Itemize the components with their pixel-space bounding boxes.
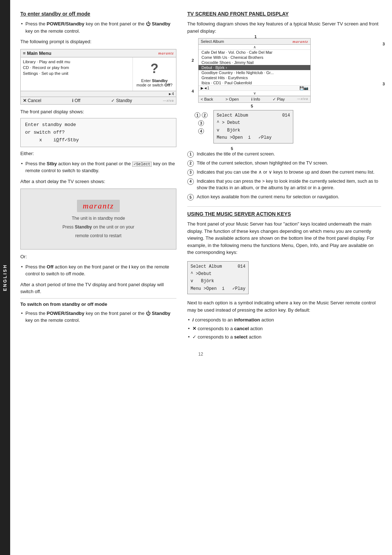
standby-dialog: ? Enter Standby mode or switch Off? — [132, 57, 176, 91]
off-bullet-list: Press the Off action key on the front pa… — [20, 263, 176, 278]
front-panel-text: The front panel display shows: — [20, 108, 176, 116]
stby-bullet-list: Press the Stby action key on the front p… — [20, 160, 176, 174]
tv-screen-title-row: Select Album marantz — [199, 39, 310, 45]
footer-play: ✓ Play — [273, 97, 285, 102]
fp-box: Select Album 014 ^ > Debut v Björk Menu … — [213, 110, 293, 143]
or-text: Or: — [20, 253, 176, 260]
item-3-text: Indicates that you can use the ∧ or ∨ ke… — [197, 169, 375, 176]
tv-row-7: Ibiza · CD1 · Paul Oakenfold — [199, 80, 310, 85]
dialog-mode-text: mode or switch Off? — [136, 83, 172, 87]
fp-box-row4: Menu >Open i ✓Play — [217, 134, 290, 141]
footer-open: > Open — [225, 97, 238, 102]
footer-back: < Back — [201, 97, 213, 102]
menu-icon: ≡ Main Menu — [23, 50, 51, 56]
screen-header: ≡ Main Menu marantz — [21, 49, 176, 57]
callout-4-left: 4 — [192, 89, 194, 93]
ak-014: 014 — [230, 263, 245, 270]
tv-row-2: Come With Us · Chemical Brothers — [199, 55, 310, 60]
section1-bullet1: Press the POWER/Standby key on the front… — [20, 20, 176, 35]
action-keys-display: Select Album 014 ^ >Debut v Björk Menu >… — [187, 261, 249, 295]
fp-num-2: 2 — [202, 112, 208, 118]
footer-off: i Off — [72, 98, 80, 103]
two-column-layout: To enter standby or off mode Press the P… — [20, 11, 381, 344]
debut-text: Debut · Björk — [201, 65, 225, 70]
right-divider — [187, 206, 381, 207]
standby-tv-screen: marantz The unit is in standby mode Pres… — [20, 189, 176, 250]
ak-row3: v Björk — [191, 278, 245, 285]
up-arrow-row: ∧ — [199, 45, 310, 50]
fp-box-row3: v Björk — [217, 127, 290, 134]
ak-row4: Menu >Open i ✓Play — [191, 285, 245, 292]
ak-row1: Select Album 014 — [191, 263, 245, 270]
num-3: 3 — [187, 169, 194, 176]
main-menu-screen: ≡ Main Menu marantz Library · Play and e… — [20, 49, 176, 105]
section2-bullets: Press the POWER/Standby key on the front… — [20, 310, 176, 324]
tv-row-5: Goodbye Country · Hello Nightclub · Gr..… — [199, 70, 310, 75]
screen-vol-area: ►4 — [21, 91, 176, 97]
english-label: ENGLISH — [3, 264, 8, 291]
sd-icon: 💾📷 — [299, 86, 308, 90]
fp-num-1: 1 — [195, 112, 200, 118]
icon-row: ▶◄1 💾📷 — [199, 85, 310, 91]
xiva-brand: —xiva — [163, 99, 174, 102]
fp-line2: or switch off? — [25, 129, 172, 137]
tv-screen-footer: < Back > Open i Info ✓ Play —xiva — [199, 96, 310, 102]
symbol-bullet-i: i corresponds to an information action — [187, 316, 381, 324]
callout-3-right-top: 3 — [383, 42, 385, 46]
ak-select-album: Select Album — [191, 263, 222, 270]
numbered-item-2: 2 Title of the current selection, shown … — [187, 160, 381, 167]
off-bullet: Press the Off action key on the front pa… — [20, 263, 176, 278]
menu-items: Library · Play and edit mu CD · Record o… — [21, 57, 132, 91]
marantz-logo-large: marantz — [77, 200, 120, 212]
action-keys-intro: The front panel of your Music Server has… — [187, 220, 381, 256]
item-5-text: Action keys available from the current m… — [197, 194, 339, 200]
symbol-bullets: i corresponds to an information action ✕… — [187, 316, 381, 341]
section2-heading: To switch on from standby or off mode — [20, 301, 176, 307]
symbol-bullet-check: ✓ corresponds to a select action — [187, 333, 381, 341]
fp-callouts-left: 1 2 3 4 — [195, 110, 208, 134]
select-key-inline: ✓Select — [132, 162, 152, 167]
page-number: 12 — [20, 344, 381, 360]
symbol-bullet-x: ✕ corresponds to a cancel action — [187, 325, 381, 332]
left-column: To enter standby or off mode Press the P… — [20, 11, 176, 344]
fp-num-3: 3 — [198, 120, 204, 126]
num-4: 4 — [187, 178, 194, 185]
menu-item-settings: Settings · Set up the unit — [21, 70, 132, 76]
screen-footer: ✕ Cancel i Off ✓ Standby —xiva — [21, 97, 176, 104]
fp-014: 014 — [282, 112, 290, 119]
numbered-description-list: 1 Indicates the title of the current scr… — [187, 151, 381, 201]
section1-bullet-list: Press the POWER/Standby key on the front… — [20, 20, 176, 35]
fp-line3: x iOff✓Stby — [25, 137, 172, 144]
after-off-text: After a short period of time the TV disp… — [20, 281, 176, 295]
tv-row-6: Greatest Hits · Eurythmics — [199, 75, 310, 80]
english-sidebar: ENGLISH — [0, 0, 10, 555]
right-column: TV SCREEN AND FRONT PANEL DISPLAY The fo… — [187, 11, 381, 344]
fp-box-row2: ^ > Debut — [217, 119, 290, 126]
fp-num-4: 4 — [198, 128, 204, 134]
menu-item-library: Library · Play and edit mu — [21, 59, 132, 65]
tv-section-heading: TV SCREEN AND FRONT PANEL DISPLAY — [187, 11, 381, 17]
tv-row-3: Crocodile Shoes · Jimmy Nail — [199, 60, 310, 65]
tv-row-1: Cafe Del Mar · Vol. Ocho · Cafe Del Mar — [199, 50, 310, 55]
tv-marantz-brand: marantz — [293, 39, 308, 44]
vol-indicator: ►4 — [168, 92, 174, 96]
stby-bullet: Press the Stby action key on the front p… — [20, 160, 176, 174]
item-2-text: Title of the current selection, shown hi… — [197, 160, 328, 167]
fp-diagram-area: 1 2 3 4 Select Album 014 ^ > Debut v — [195, 110, 381, 143]
after-delay-text: After a short delay the TV screen shows: — [20, 178, 176, 185]
num-2: 2 — [187, 160, 194, 167]
numbered-item-3: 3 Indicates that you can use the ∧ or ∨ … — [187, 169, 381, 176]
standby-line2: Press Standby on the unit or on your — [62, 224, 134, 230]
num-1: 1 — [187, 151, 194, 158]
tv-intro-text: The following diagram shows the key feat… — [187, 20, 381, 35]
main-content: To enter standby or off mode Press the P… — [13, 0, 392, 371]
callout-5-tv-bottom: 5 — [251, 104, 253, 108]
prompt-text: The following prompt is displayed: — [20, 38, 176, 45]
fp-select-album: Select Album — [217, 112, 248, 119]
front-panel-display: Enter standby mode or switch off? x iOff… — [20, 118, 176, 147]
next-text: Next to each option is a symbol indicati… — [187, 299, 381, 313]
dialog-enter-standby: Enter Standby — [141, 78, 168, 83]
item-1-text: Indicates the title of the current scree… — [197, 151, 275, 158]
section2-bullet1: Press the POWER/Standby key on the front… — [20, 310, 176, 324]
either-text: Either: — [20, 150, 176, 157]
